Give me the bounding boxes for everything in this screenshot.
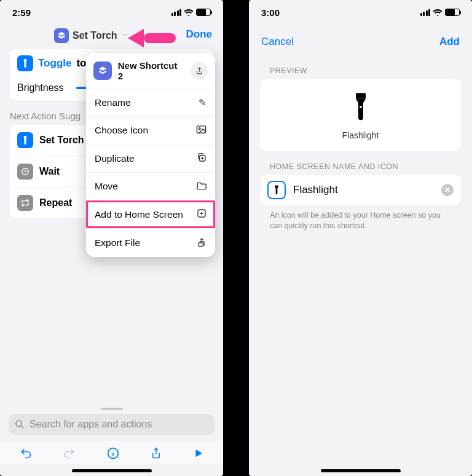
clock: 3:00 (261, 7, 280, 18)
folder-icon (196, 181, 206, 192)
share-button[interactable] (191, 62, 208, 79)
menu-header: New Shortcut 2 (86, 53, 215, 89)
brightness-label: Brightness (17, 82, 64, 93)
search-field[interactable]: Search for apps and actions (9, 414, 214, 435)
menu-rename[interactable]: Rename✎ (86, 89, 215, 117)
annotation-arrow (128, 29, 176, 47)
wifi-icon (184, 9, 194, 16)
flashlight-icon (17, 55, 33, 71)
redo-button (63, 447, 76, 462)
editor-header: Set Torch ﹀ Done (0, 25, 223, 49)
shortcut-icon (93, 61, 112, 80)
name-card: ✕ (260, 175, 461, 205)
search-icon (15, 419, 25, 429)
flashlight-icon (351, 92, 371, 124)
svg-point-9 (16, 421, 22, 426)
image-icon (196, 125, 206, 136)
play-button[interactable] (193, 448, 204, 462)
menu-duplicate[interactable]: Duplicate (86, 145, 215, 173)
shortcut-title-chip[interactable]: Set Torch ﹀ (54, 28, 128, 43)
svg-rect-8 (199, 243, 203, 247)
action-text: to (76, 57, 86, 69)
undo-button[interactable] (20, 447, 32, 462)
status-bar: 2:59 (0, 0, 223, 25)
svg-rect-3 (197, 126, 205, 133)
svg-rect-0 (24, 59, 27, 61)
svg-point-4 (199, 128, 200, 130)
svg-rect-13 (275, 185, 278, 187)
home-indicator[interactable] (72, 469, 152, 472)
battery-icon (445, 9, 460, 16)
shortcut-title: Set Torch (73, 30, 117, 41)
pencil-icon: ✎ (199, 97, 206, 108)
menu-choose-icon[interactable]: Choose Icon (86, 117, 215, 145)
share-button[interactable] (151, 446, 162, 463)
bottom-toolbar (0, 440, 223, 464)
signal-icon (420, 9, 431, 16)
preview-card: Flashlight (260, 79, 461, 151)
repeat-icon (17, 195, 33, 211)
svg-point-12 (360, 106, 362, 108)
svg-rect-1 (24, 136, 27, 138)
home-indicator[interactable] (321, 469, 401, 472)
add-button[interactable]: Add (439, 36, 460, 48)
add-to-home-screen: 3:00 Cancel Add PREVIEW Flashlight HOME … (249, 0, 472, 476)
hint-text: An icon will be added to your Home scree… (249, 205, 472, 236)
modal-header: Cancel Add (249, 25, 472, 55)
cancel-button[interactable]: Cancel (261, 36, 294, 48)
menu-export-file[interactable]: Export File (86, 229, 215, 257)
menu-add-to-home-screen[interactable]: Add to Home Screen (86, 200, 215, 229)
shortcut-options-menu: New Shortcut 2 Rename✎ Choose Icon Dupli… (86, 53, 215, 257)
signal-icon (171, 9, 182, 16)
duplicate-icon (197, 153, 206, 164)
export-icon (197, 237, 206, 249)
shortcut-editor-screen: 2:59 Set Torch ﹀ Done Toggle to Brightne… (0, 0, 223, 476)
menu-move[interactable]: Move (86, 173, 215, 200)
svg-rect-11 (356, 93, 366, 98)
clock-icon (17, 164, 33, 180)
preview-label: PREVIEW (249, 55, 472, 79)
clear-button[interactable]: ✕ (441, 184, 454, 196)
drawer-handle[interactable] (101, 408, 123, 410)
info-button[interactable] (107, 447, 119, 462)
status-bar: 3:00 (249, 0, 472, 25)
name-section-label: HOME SCREEN NAME AND ICON (249, 151, 472, 175)
clock: 2:59 (12, 7, 31, 18)
shortcut-icon (54, 28, 69, 43)
flashlight-icon (17, 132, 33, 148)
wifi-icon (433, 9, 442, 16)
done-button[interactable]: Done (186, 28, 213, 41)
shortcut-name-input[interactable] (293, 184, 434, 196)
plus-app-icon (197, 208, 206, 220)
battery-icon (196, 9, 211, 16)
preview-name: Flashlight (342, 130, 379, 140)
icon-picker[interactable] (267, 181, 286, 199)
toggle-keyword[interactable]: Toggle (38, 57, 71, 69)
